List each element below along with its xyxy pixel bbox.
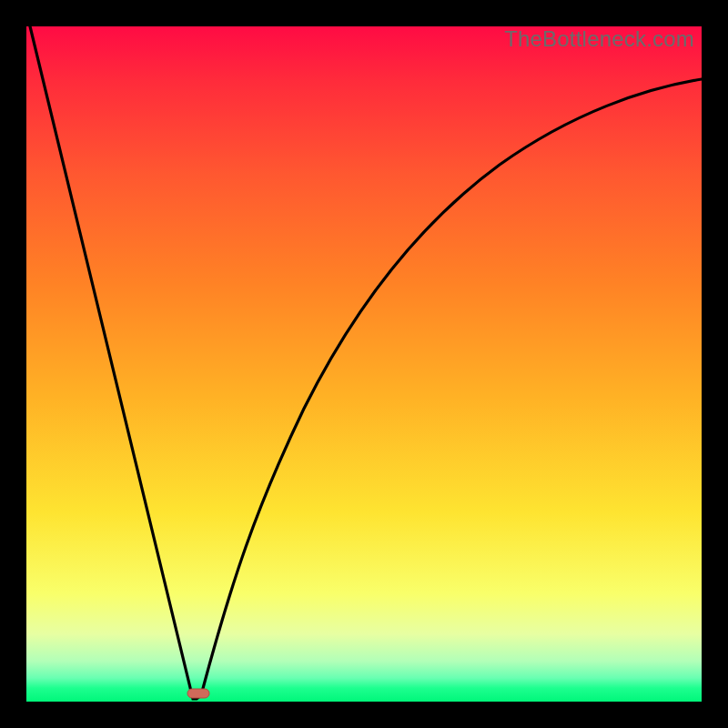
plot-area: TheBottleneck.com [26, 26, 702, 702]
curve-path [30, 26, 702, 699]
marker-icon [187, 687, 210, 700]
outer-frame: TheBottleneck.com [0, 0, 728, 728]
bottleneck-curve [26, 26, 702, 702]
marker-pill-icon [187, 689, 209, 698]
